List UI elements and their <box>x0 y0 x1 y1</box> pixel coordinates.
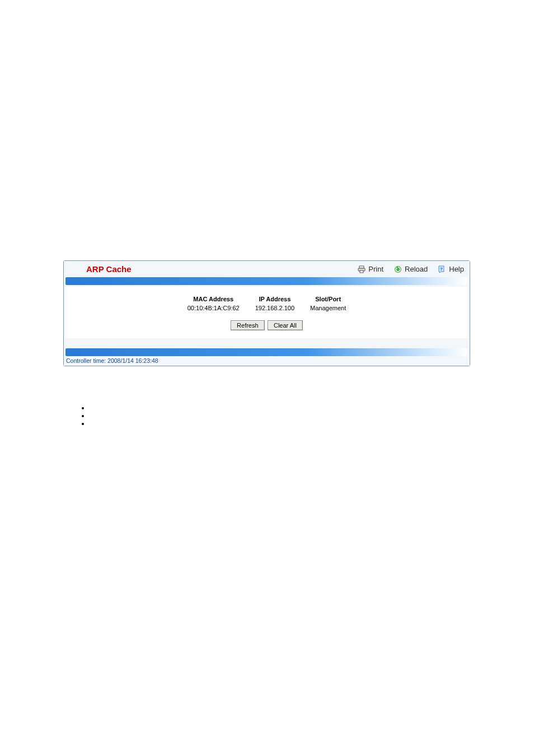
col-mac: MAC Address <box>180 295 247 304</box>
svg-rect-2 <box>360 270 363 273</box>
svg-rect-0 <box>359 266 364 268</box>
arp-cache-panel: ARP Cache Print <box>63 260 470 366</box>
decorative-bar-top <box>65 277 468 285</box>
col-ip: IP Address <box>247 295 302 304</box>
content-area: MAC Address IP Address Slot/Port 00:10:4… <box>65 287 468 338</box>
list-item <box>90 401 534 409</box>
col-slot: Slot/Port <box>302 295 354 304</box>
decorative-bar-bottom <box>65 348 468 356</box>
page-title: ARP Cache <box>86 264 132 274</box>
reload-label: Reload <box>405 265 428 273</box>
list-item <box>90 417 534 424</box>
button-row: Refresh Clear All <box>71 320 462 330</box>
list-item <box>90 409 534 417</box>
print-button[interactable]: Print <box>357 265 383 274</box>
print-label: Print <box>368 265 383 273</box>
svg-text:?: ? <box>440 267 443 272</box>
table-header-row: MAC Address IP Address Slot/Port <box>180 295 354 304</box>
cell-slot: Management <box>302 304 354 312</box>
clear-all-button[interactable]: Clear All <box>268 320 303 330</box>
help-button[interactable]: ? Help <box>438 265 464 274</box>
reload-icon <box>394 265 402 274</box>
help-icon: ? <box>438 265 447 274</box>
refresh-button[interactable]: Refresh <box>231 320 265 330</box>
cell-ip: 192.168.2.100 <box>247 304 302 312</box>
help-label: Help <box>449 265 464 273</box>
cell-mac: 00:10:4B:1A:C9:62 <box>180 304 247 312</box>
arp-table: MAC Address IP Address Slot/Port 00:10:4… <box>180 295 354 312</box>
table-row: 00:10:4B:1A:C9:62 192.168.2.100 Manageme… <box>180 304 354 312</box>
print-icon <box>357 265 366 274</box>
panel-header: ARP Cache Print <box>64 261 470 277</box>
reload-button[interactable]: Reload <box>394 265 428 274</box>
bullet-list <box>78 401 534 424</box>
controller-time: Controller time: 2008/1/14 16:23:48 <box>64 356 470 366</box>
